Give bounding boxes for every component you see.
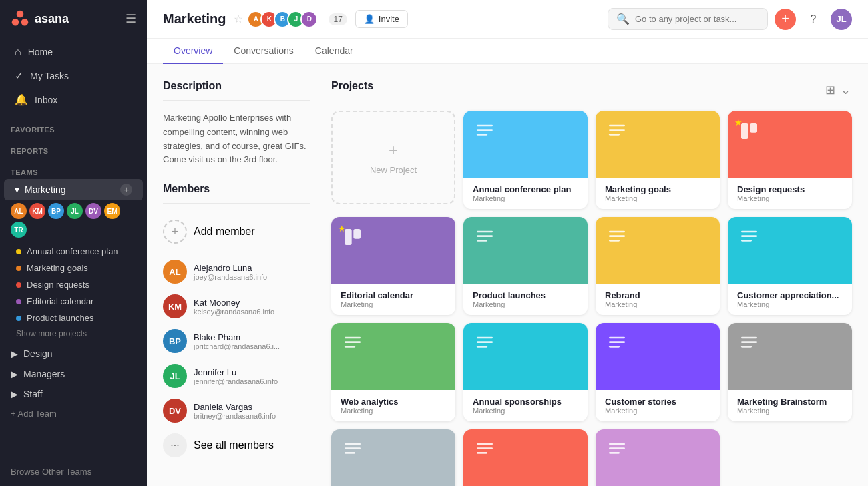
member-email: britney@randasana6.info: [194, 412, 276, 420]
member-name: Blake Pham: [194, 332, 280, 342]
add-project-button[interactable]: +: [120, 184, 132, 196]
see-all-members-button[interactable]: ··· See all members: [163, 428, 310, 463]
project-card-extra2[interactable]: Marketing: [463, 429, 588, 486]
project-card-rebrand[interactable]: Rebrand Marketing: [596, 217, 720, 315]
list-icon: [738, 332, 760, 358]
project-card-annual[interactable]: Annual conference plan Marketing: [463, 111, 588, 209]
svg-rect-14: [477, 235, 493, 237]
sidebar-item-inbox-label: Inbox: [35, 95, 57, 105]
tab-conversations[interactable]: Conversations: [223, 39, 304, 64]
project-card-annual-sponsorships[interactable]: Annual sponsorships Marketing: [463, 323, 588, 421]
add-team-button[interactable]: + Add Team: [0, 404, 147, 423]
sidebar-project-design[interactable]: Design requests: [0, 276, 147, 293]
svg-rect-23: [345, 341, 361, 343]
sidebar-toggle-button[interactable]: ☰: [126, 11, 136, 26]
avatar: BP: [48, 203, 64, 219]
star-icon[interactable]: ☆: [234, 13, 243, 25]
sidebar-team-managers-label: Managers: [23, 369, 65, 379]
browse-other-teams-button[interactable]: Browse Other Teams: [0, 457, 147, 486]
main: Marketing ☆ A K B J D 17 👤 Invite 🔍 + ? …: [147, 0, 868, 486]
project-card-editorial[interactable]: ★ Editorial calendar Marketing: [331, 217, 455, 315]
project-card-web-analytics[interactable]: Web analytics Marketing: [331, 323, 455, 421]
search-bar[interactable]: 🔍: [608, 8, 768, 30]
member-item-daniela[interactable]: DV Daniela Vargas britney@randasana6.inf…: [163, 393, 310, 428]
topbar-right: 🔍 + ? JL: [608, 8, 852, 30]
sidebar-project-goals[interactable]: Marketing goals: [0, 260, 147, 276]
grid-view-button[interactable]: ⊞: [824, 81, 837, 99]
sidebar-item-my-tasks[interactable]: ✓ My Tasks: [4, 64, 143, 87]
list-icon: [738, 226, 760, 252]
project-card-team: Marketing: [737, 300, 843, 308]
project-card-customer-stories[interactable]: Customer stories Marketing: [596, 323, 720, 421]
tab-overview[interactable]: Overview: [163, 39, 223, 64]
invite-button[interactable]: 👤 Invite: [355, 10, 408, 28]
project-card-brainstorm[interactable]: Marketing Brainstorm Marketing: [728, 323, 852, 421]
member-item-blake[interactable]: BP Blake Pham jpritchard@randasana6.i...: [163, 324, 310, 358]
add-member-button[interactable]: + Add member: [163, 214, 310, 249]
list-icon: [474, 439, 495, 465]
list-icon: [342, 332, 363, 358]
svg-rect-37: [477, 443, 493, 445]
project-card-name: Web analytics: [341, 397, 446, 407]
check-icon: ✓: [15, 69, 23, 82]
project-card-customer-appreciation[interactable]: Customer appreciation... Marketing: [728, 217, 852, 315]
member-info: Alejandro Luna joey@randasana6.info: [194, 263, 267, 281]
member-name: Alejandro Luna: [194, 263, 267, 273]
project-card-name: Editorial calendar: [341, 290, 446, 300]
help-button[interactable]: ?: [803, 9, 824, 30]
sidebar-project-product[interactable]: Product launches: [0, 310, 147, 326]
project-card-team: Marketing: [605, 194, 710, 202]
grid-options: ⊞ ⌄: [824, 81, 852, 99]
avatar: DV: [85, 203, 101, 219]
sidebar-team-staff-label: Staff: [23, 389, 43, 399]
member-item-kat[interactable]: KM Kat Mooney kelsey@randasana6.info: [163, 289, 310, 324]
tab-calendar[interactable]: Calendar: [304, 39, 364, 64]
sidebar-item-inbox[interactable]: 🔔 Inbox: [4, 88, 143, 111]
sidebar-team-managers[interactable]: ▶ Managers: [0, 364, 147, 384]
project-card-team: Marketing: [737, 194, 843, 202]
sidebar-team-staff[interactable]: ▶ Staff: [0, 384, 147, 404]
svg-rect-34: [345, 443, 361, 445]
sidebar-project-product-label: Product launches: [27, 313, 93, 323]
team-avatars: AL KM BP JL DV EM TR: [0, 200, 147, 243]
sidebar-item-home[interactable]: ⌂ Home: [4, 41, 143, 63]
add-task-button[interactable]: +: [775, 9, 796, 30]
asana-logo[interactable]: asana: [11, 9, 69, 28]
avatar: D: [300, 11, 318, 28]
show-more-projects[interactable]: Show more projects: [0, 326, 147, 344]
member-item-jennifer[interactable]: JL Jennifer Lu jennifer@randasana6.info: [163, 358, 310, 393]
avatar-daniela: DV: [163, 399, 187, 423]
member-info: Daniela Vargas britney@randasana6.info: [194, 402, 276, 420]
grid-expand-button[interactable]: ⌄: [839, 81, 852, 99]
project-card-name: Product launches: [473, 290, 578, 300]
search-input[interactable]: [635, 14, 759, 24]
svg-rect-36: [345, 452, 355, 454]
sidebar-team-design[interactable]: ▶ Design: [0, 344, 147, 364]
project-card-extra1[interactable]: Marketing: [331, 429, 455, 486]
svg-rect-3: [477, 125, 493, 127]
search-icon: 🔍: [616, 13, 630, 25]
member-item-alejandro[interactable]: AL Alejandro Luna joey@randasana6.info: [163, 254, 310, 289]
project-card-product-launches[interactable]: Product launches Marketing: [463, 217, 588, 315]
project-card-extra3[interactable]: Marketing: [596, 429, 720, 486]
sidebar-project-annual[interactable]: Annual conference plan: [0, 243, 147, 260]
user-avatar[interactable]: JL: [831, 9, 852, 30]
new-project-card[interactable]: + New Project: [331, 111, 455, 204]
project-dot-annual: [16, 249, 21, 254]
new-project-label: New Project: [370, 165, 417, 175]
members-title: Members: [163, 183, 310, 195]
person-icon: 👤: [364, 14, 375, 24]
description-text: Marketing Apollo Enterprises with compel…: [163, 111, 310, 167]
svg-rect-24: [345, 346, 355, 348]
project-dot-product: [16, 316, 21, 321]
sidebar-project-editorial[interactable]: Editorial calendar: [0, 293, 147, 310]
teams-section-label: Teams: [0, 158, 147, 179]
sidebar-team-marketing[interactable]: ▾ Marketing +: [4, 179, 143, 200]
sidebar-header: asana ☰: [0, 0, 147, 37]
project-card-goals[interactable]: Marketing goals Marketing: [596, 111, 720, 209]
project-card-design[interactable]: ★ Design requests Marketing: [728, 111, 852, 209]
chevron-down-icon: ▾: [15, 184, 19, 195]
topbar-left: Marketing ☆ A K B J D 17 👤 Invite: [163, 10, 408, 28]
project-card-name: Marketing Brainstorm: [737, 397, 843, 407]
project-card-team: Marketing: [605, 407, 710, 415]
